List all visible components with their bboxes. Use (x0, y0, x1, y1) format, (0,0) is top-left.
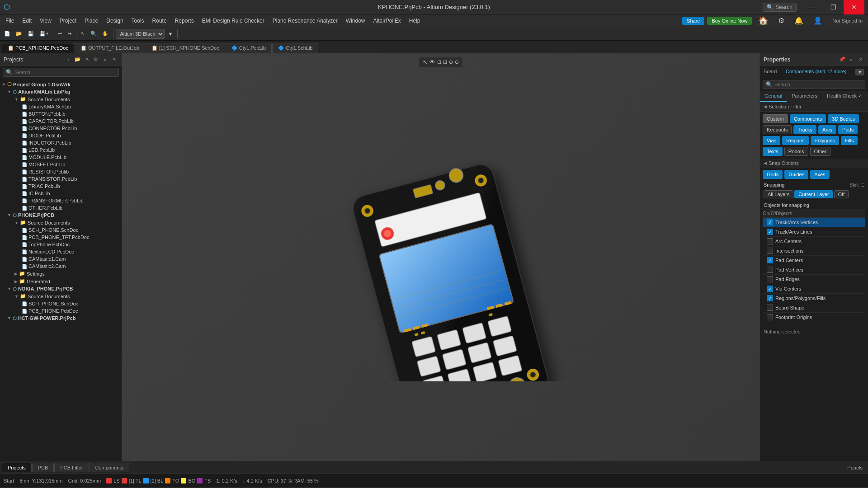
snap-off[interactable]: Off (834, 190, 849, 198)
bottom-tab-pcb-filter[interactable]: PCB Filter (54, 463, 89, 472)
toolbar-new[interactable]: 📄 (2, 28, 13, 39)
tab-general[interactable]: General (760, 91, 787, 102)
filter-pads[interactable]: Pads (838, 125, 858, 134)
right-panel-pin[interactable]: 📌 (838, 56, 846, 64)
menu-tools[interactable]: Tools (128, 16, 148, 25)
toolbar-save-all[interactable]: 💾+ (37, 28, 51, 39)
filter-rooms[interactable]: Rooms (784, 147, 808, 156)
snap-axes[interactable]: Axes (810, 170, 829, 179)
toolbar-save[interactable]: 💾 (25, 28, 36, 39)
project-settings-btn[interactable]: ⚙ (92, 56, 100, 64)
snap-grids[interactable]: Grids (763, 170, 783, 179)
tab-health-check[interactable]: Health Check ✓ (822, 91, 867, 102)
tree-file-module[interactable]: 📄MODULE.PcbLib (0, 154, 122, 161)
filter-keepouts[interactable]: Keepouts (763, 125, 792, 134)
close-button[interactable]: ✕ (844, 0, 864, 14)
tree-file-ic[interactable]: 📄IC.PcbLib (0, 190, 122, 197)
close-project-btn[interactable]: ✕ (83, 56, 91, 64)
tree-file-led[interactable]: 📄LED.PcbLib (0, 146, 122, 154)
check-track-vertices[interactable]: ✓ (767, 219, 773, 225)
tree-camtastic1[interactable]: 📄CAMtastic1.Cam (0, 255, 122, 263)
check-intersections[interactable] (767, 248, 773, 254)
right-panel-close[interactable]: ✕ (856, 56, 864, 64)
snap-row-arc-centers[interactable]: Arc Centers (763, 237, 865, 246)
check-track-lines[interactable]: ✓ (767, 229, 773, 235)
zoom-fit[interactable]: ⊡ (437, 59, 441, 65)
global-search[interactable]: 🔍 Search (763, 3, 797, 12)
snap-row-via-centers[interactable]: ✓ Via Centers (763, 284, 865, 294)
toolbar-zoom[interactable]: 🔍 (88, 28, 99, 39)
filter-polygons[interactable]: Polygons (811, 136, 839, 145)
filter-components[interactable]: Components (790, 114, 826, 123)
tree-sch-phone[interactable]: 📄SCH_PHONE.SchDoc (0, 226, 122, 234)
select-tool[interactable]: ↖ (423, 59, 428, 66)
tree-topphone[interactable]: 📄TopPhone.PcbDoc (0, 241, 122, 248)
tree-file-button[interactable]: 📄BUTTON.PcbLib (0, 110, 122, 117)
zoom-in[interactable]: ⊕ (449, 59, 453, 65)
menu-plane[interactable]: Plane Resonance Analyzer (269, 16, 341, 25)
tree-source-docs-nokia[interactable]: ▼📁 Source Documents (0, 292, 122, 300)
menu-route[interactable]: Route (149, 16, 170, 25)
tab-pcb-kphone[interactable]: 📋 PCB_KPHONE.PcbDoc (2, 43, 74, 53)
tree-pcb-phone-nokia[interactable]: 📄PCB_PHONE.PcbDoc (0, 307, 122, 314)
tree-generated-phone[interactable]: ▶📁 Generated (0, 277, 122, 285)
check-pad-centers[interactable]: ✓ (767, 257, 773, 263)
bottom-tab-components[interactable]: Components (90, 463, 129, 472)
tab-sch-kphone[interactable]: 📋 [1] SCH_KPHONE.SchDoc (146, 43, 225, 53)
tree-file-libkma[interactable]: 📄LibraryKMA.SchLib (0, 103, 122, 110)
menu-help[interactable]: Help (406, 16, 424, 25)
tab-parameters[interactable]: Parameters (787, 91, 822, 102)
pcb-canvas[interactable]: Made in Finland (122, 53, 760, 461)
snap-row-regions[interactable]: ✓ Regions/Polygons/Fills (763, 294, 865, 303)
tree-file-inductor[interactable]: 📄INDUCTOR.PcbLib (0, 139, 122, 146)
share-button[interactable]: Share (682, 17, 704, 25)
menu-window[interactable]: Window (342, 16, 369, 25)
tree-nextionlcd[interactable]: 📄NextionLCD.PcbDoc (0, 248, 122, 255)
right-search-input[interactable] (774, 82, 862, 87)
toolbar-open[interactable]: 📂 (14, 28, 24, 39)
zoom-out[interactable]: ⊖ (455, 59, 459, 65)
tab-cty1-sch[interactable]: 🔷 Cty1.SchLib (272, 43, 318, 53)
tree-source-docs-1[interactable]: ▼📁 Source Documents (0, 95, 122, 103)
tree-file-resistor[interactable]: 📄RESISTOR.Pcblib (0, 168, 122, 175)
bottom-tab-projects[interactable]: Projects (2, 463, 32, 472)
tree-nokia-phone[interactable]: ▼⬡ NOKIA_PHONE.PrjPCB (0, 285, 122, 292)
left-panel-close[interactable]: ✕ (110, 56, 118, 64)
filter-vias[interactable]: Vias (763, 136, 780, 145)
tab-cty1-pcb[interactable]: 🔷 Cty1.PcbLib (226, 43, 272, 53)
filter-regions[interactable]: Regions (782, 136, 808, 145)
project-search-box[interactable]: 🔍 (3, 68, 119, 77)
menu-view[interactable]: View (36, 16, 55, 25)
filter-tracks[interactable]: Tracks (793, 125, 816, 134)
theme-dropdown[interactable]: ▼ (165, 28, 175, 39)
new-project-btn[interactable]: + (65, 56, 73, 64)
snap-options-header[interactable]: ◀ Snap Options (760, 159, 868, 168)
filter-texts[interactable]: Texts (763, 147, 783, 156)
snap-row-pad-vertices[interactable]: Pad Vertices (763, 265, 865, 275)
snap-row-track-lines[interactable]: ✓ Track/Arcs Lines (763, 227, 865, 237)
check-footprint-origins[interactable] (767, 314, 773, 320)
snap-row-board-shape[interactable]: Board Shape (763, 303, 865, 313)
theme-select[interactable]: Altium 3D Black (116, 29, 165, 39)
minimize-button[interactable]: — (802, 0, 823, 14)
snap-current-layer[interactable]: Current Layer (794, 190, 833, 198)
tree-sch-phone-nokia[interactable]: 📄SCH_PHONE.SchDoc (0, 300, 122, 307)
tree-source-docs-phone[interactable]: ▼📁 Source Documents (0, 219, 122, 226)
snap-row-pad-centers[interactable]: ✓ Pad Centers (763, 256, 865, 265)
buy-button[interactable]: Buy Online Now (707, 17, 752, 25)
check-board-shape[interactable] (767, 305, 773, 311)
selection-filter-header[interactable]: ◀ Selection Filter (760, 102, 868, 112)
right-panel-collapse[interactable]: » (847, 56, 855, 64)
restore-button[interactable]: ❐ (823, 0, 844, 14)
menu-project[interactable]: Project (56, 16, 80, 25)
tree-phone-prjpcb[interactable]: ▼⬡ PHONE.PrjPCB (0, 211, 122, 219)
menu-design[interactable]: Design (103, 16, 127, 25)
tab-output[interactable]: 📋 OUTPUT_FILE.OutJob (75, 43, 145, 53)
tree-settings-phone[interactable]: ▶📁 Settings (0, 270, 122, 277)
tree-file-capacitor[interactable]: 📄CAPACITOR.PcbLib (0, 117, 122, 125)
check-pad-edges[interactable] (767, 276, 773, 282)
open-project-btn[interactable]: 📂 (74, 56, 82, 64)
snap-row-track-vertices[interactable]: ✓ Track/Arcs Vertices (763, 218, 865, 227)
check-via-centers[interactable]: ✓ (767, 286, 773, 292)
check-arc-centers[interactable] (767, 238, 773, 244)
